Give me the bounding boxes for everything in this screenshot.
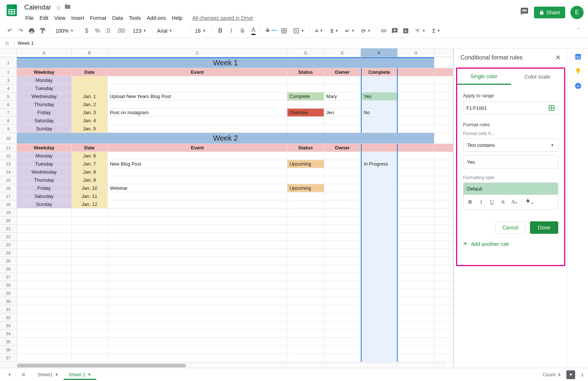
cell[interactable]: Jan. 10 bbox=[72, 184, 108, 192]
cell[interactable] bbox=[108, 289, 287, 297]
cell[interactable] bbox=[434, 322, 453, 330]
cell[interactable] bbox=[434, 241, 453, 249]
cell[interactable] bbox=[108, 176, 287, 184]
cell[interactable] bbox=[398, 305, 434, 313]
cell[interactable] bbox=[398, 76, 434, 84]
cell[interactable] bbox=[324, 330, 361, 338]
cell[interactable] bbox=[72, 305, 108, 313]
cells-grid[interactable]: Week 1WeekdayDateEventStatusOwnerComplet… bbox=[17, 57, 453, 368]
cell[interactable] bbox=[287, 152, 324, 160]
rotate-button[interactable]: ⟳▼ bbox=[358, 26, 374, 36]
cell[interactable] bbox=[287, 168, 324, 176]
cell[interactable] bbox=[361, 117, 398, 125]
cell[interactable] bbox=[72, 346, 108, 354]
row-header[interactable]: 19 bbox=[0, 208, 17, 217]
cell[interactable] bbox=[287, 249, 324, 257]
increase-decimal-button[interactable]: .00→ bbox=[115, 26, 129, 36]
cell[interactable] bbox=[434, 117, 453, 125]
col-header-D[interactable]: D bbox=[287, 48, 324, 57]
cell[interactable] bbox=[434, 297, 453, 305]
cell[interactable] bbox=[398, 68, 434, 76]
cell[interactable] bbox=[17, 257, 72, 265]
cell[interactable] bbox=[17, 354, 72, 362]
fill-color-button[interactable] bbox=[263, 26, 278, 36]
row-header[interactable]: 1 bbox=[0, 57, 17, 68]
cell[interactable] bbox=[434, 192, 453, 200]
row-header[interactable]: 6 bbox=[0, 101, 17, 109]
tab-color-scale[interactable]: Color scale bbox=[511, 69, 564, 85]
cell[interactable] bbox=[72, 76, 108, 84]
cell[interactable] bbox=[361, 152, 398, 160]
font-select[interactable]: Arial▼ bbox=[154, 26, 187, 36]
cell[interactable] bbox=[72, 273, 108, 281]
h-scrollbar[interactable] bbox=[17, 363, 446, 368]
cell[interactable] bbox=[287, 281, 324, 289]
cell[interactable] bbox=[398, 265, 434, 273]
cell[interactable] bbox=[287, 305, 324, 313]
star-icon[interactable]: ☆ bbox=[55, 4, 61, 12]
cell[interactable] bbox=[108, 101, 287, 109]
cell[interactable]: Status bbox=[287, 144, 324, 152]
row-header[interactable]: 8 bbox=[0, 117, 17, 125]
row-header[interactable]: 23 bbox=[0, 241, 17, 249]
zoom-select[interactable]: 100%▼ bbox=[53, 26, 77, 36]
cell[interactable]: Saturday bbox=[17, 192, 72, 200]
cell[interactable] bbox=[72, 354, 108, 362]
cell[interactable] bbox=[434, 273, 453, 281]
cell[interactable] bbox=[108, 217, 287, 225]
cell[interactable] bbox=[17, 273, 72, 281]
cell[interactable] bbox=[287, 101, 324, 109]
cell[interactable] bbox=[108, 322, 287, 330]
cell[interactable] bbox=[434, 330, 453, 338]
cell[interactable] bbox=[108, 200, 287, 208]
cell[interactable] bbox=[72, 233, 108, 241]
row-header[interactable]: 14 bbox=[0, 168, 17, 176]
menu-help[interactable]: Help bbox=[169, 14, 185, 22]
cell[interactable]: Thursday bbox=[17, 101, 72, 109]
cell[interactable] bbox=[361, 84, 398, 92]
cell[interactable] bbox=[361, 338, 398, 346]
row-header[interactable]: 21 bbox=[0, 225, 17, 233]
cell[interactable] bbox=[72, 208, 108, 217]
cell[interactable] bbox=[398, 192, 434, 200]
done-button[interactable]: Done bbox=[530, 221, 558, 234]
cell[interactable] bbox=[398, 281, 434, 289]
row-header[interactable]: 32 bbox=[0, 313, 17, 322]
cell[interactable] bbox=[108, 265, 287, 273]
style-underline-button[interactable]: U bbox=[488, 199, 496, 205]
cell[interactable] bbox=[324, 152, 361, 160]
cell[interactable] bbox=[434, 289, 453, 297]
cell[interactable]: Monday bbox=[17, 76, 72, 84]
cell[interactable] bbox=[361, 313, 398, 322]
move-folder-icon[interactable] bbox=[64, 3, 71, 12]
menu-format[interactable]: Format bbox=[87, 14, 109, 22]
cell[interactable] bbox=[324, 257, 361, 265]
undo-button[interactable]: ↶ bbox=[4, 26, 15, 36]
cell[interactable] bbox=[72, 217, 108, 225]
cell[interactable] bbox=[287, 338, 324, 346]
cell[interactable]: Jan. 1 bbox=[72, 92, 108, 101]
cell[interactable] bbox=[361, 200, 398, 208]
cell[interactable] bbox=[398, 101, 434, 109]
sheet-tab[interactable]: Sheet 2▼ bbox=[64, 370, 96, 380]
cell[interactable] bbox=[398, 125, 434, 133]
cell[interactable]: Friday bbox=[17, 184, 72, 192]
menu-data[interactable]: Data bbox=[110, 14, 126, 22]
collapse-toolbar-button[interactable]: ˆ bbox=[573, 26, 584, 36]
row-header[interactable]: 4 bbox=[0, 84, 17, 92]
cell[interactable] bbox=[398, 92, 434, 101]
cell[interactable] bbox=[108, 125, 287, 133]
keep-icon[interactable] bbox=[574, 68, 582, 75]
cell[interactable]: Wednesday bbox=[17, 92, 72, 101]
cancel-button[interactable]: Cancel bbox=[495, 221, 526, 234]
cell[interactable] bbox=[324, 322, 361, 330]
cell[interactable] bbox=[324, 346, 361, 354]
cell[interactable] bbox=[324, 84, 361, 92]
cell[interactable] bbox=[398, 322, 434, 330]
cell[interactable] bbox=[17, 208, 72, 217]
close-panel-icon[interactable]: ✕ bbox=[555, 54, 561, 62]
share-button[interactable]: Share bbox=[534, 7, 565, 18]
row-header[interactable]: 12 bbox=[0, 152, 17, 160]
cell[interactable] bbox=[434, 208, 453, 217]
cell[interactable] bbox=[361, 233, 398, 241]
